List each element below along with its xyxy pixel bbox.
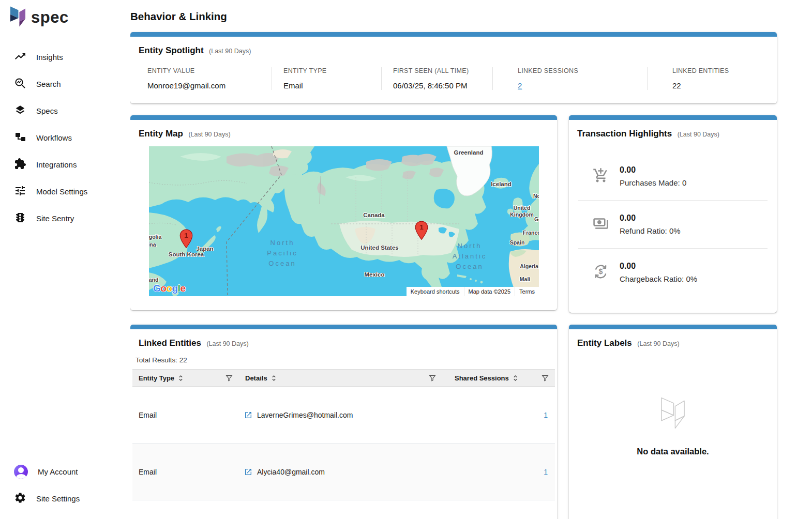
chargeback-stat: $ 0.00 Chargeback Ratio: 0% — [569, 249, 777, 296]
banknote-icon — [593, 216, 609, 234]
details-email: Alycia40@gmail.com — [257, 468, 325, 476]
sidebar-item-insights[interactable]: Insights — [0, 43, 130, 70]
purchases-stat: 0.00 Purchases Made: 0 — [569, 152, 777, 200]
traffic-light-icon — [14, 211, 26, 225]
cell-shared-sessions: 1 — [442, 468, 555, 476]
card-period: (Last 90 Days) — [188, 131, 230, 138]
header-entity-type: Entity Type — [132, 374, 239, 382]
header-details: Details — [239, 374, 442, 382]
transaction-highlights-card: Transaction Highlights (Last 90 Days) 0.… — [569, 115, 777, 313]
site-settings-button[interactable]: Site Settings — [0, 485, 130, 512]
stat-label: Purchases Made: 0 — [620, 178, 686, 187]
currency-exchange-icon: $ — [593, 264, 609, 282]
map-pin-south-korea[interactable]: 1 — [179, 229, 193, 249]
map-pin-us-east[interactable]: 1 — [415, 221, 429, 240]
table-row: Email LaverneGrimes@hotmail.com 1 — [132, 387, 555, 444]
site-settings-label: Site Settings — [36, 494, 80, 503]
svg-text:1: 1 — [184, 232, 188, 239]
cell-entity-type: Email — [132, 468, 239, 476]
sidebar-item-workflows[interactable]: Workflows — [0, 124, 130, 151]
card-accent-bar — [569, 325, 777, 329]
open-in-new-icon[interactable] — [244, 468, 252, 476]
field-linked-sessions: LINKED SESSIONS 2 — [492, 67, 647, 90]
card-period: (Last 90 Days) — [678, 131, 719, 138]
card-title: Entity Map — [139, 129, 183, 139]
svg-text:$: $ — [599, 267, 603, 276]
card-accent-bar — [130, 32, 777, 37]
card-accent-bar — [569, 115, 777, 120]
refund-stat: 0.00 Refund Ratio: 0% — [569, 201, 777, 248]
field-entity-type: ENTITY TYPE Email — [272, 67, 381, 90]
terms-link[interactable]: Terms — [515, 287, 539, 296]
workflow-icon — [14, 131, 26, 145]
header-shared-sessions: Shared Sessions — [442, 374, 555, 382]
sidebar: spec Insights Search — [0, 0, 130, 519]
map-data-label: Map data ©2025 — [464, 287, 515, 296]
total-results: Total Results: 22 — [130, 348, 557, 369]
google-map[interactable]: Greenland Iceland Canada United States M… — [149, 146, 539, 296]
field-first-seen: FIRST SEEN (ALL TIME) 06/03/25, 8:46:50 … — [381, 67, 492, 90]
card-period: (Last 90 Days) — [206, 340, 248, 347]
stat-value: 0.00 — [620, 165, 686, 175]
sidebar-item-label: Model Settings — [36, 187, 87, 196]
filter-icon[interactable] — [225, 375, 233, 381]
map-attribution: Keyboard shortcuts Map data ©2025 Terms — [407, 287, 539, 296]
table-header-row: Entity Type Details — [132, 369, 555, 387]
page-title: Behavior & Linking — [130, 0, 777, 23]
spec-logo[interactable]: spec — [0, 0, 130, 30]
sort-icon[interactable] — [178, 375, 184, 381]
sidebar-item-search[interactable]: Search — [0, 70, 130, 97]
entity-map-card: Entity Map (Last 90 Days) — [130, 115, 557, 310]
sidebar-item-label: Search — [36, 80, 61, 88]
table-row: Email Alycia40@gmail.com 1 — [132, 444, 555, 500]
user-avatar-icon — [14, 465, 28, 479]
linked-entities-table: Entity Type Details — [132, 369, 555, 519]
cell-details: Alycia40@gmail.com — [239, 468, 442, 476]
sidebar-item-integrations[interactable]: Integrations — [0, 151, 130, 178]
card-period: (Last 90 Days) — [637, 340, 679, 347]
sidebar-item-label: Workflows — [36, 133, 72, 142]
linked-entities-card: Linked Entities (Last 90 Days) Total Res… — [130, 325, 557, 519]
sidebar-item-site-sentry[interactable]: Site Sentry — [0, 205, 130, 232]
shared-sessions-link[interactable]: 1 — [544, 411, 548, 419]
stat-label: Refund Ratio: 0% — [620, 226, 681, 235]
cell-details: LaverneGrimes@hotmail.com — [239, 411, 442, 419]
tune-icon — [14, 185, 26, 199]
sidebar-item-specs[interactable]: Specs — [0, 97, 130, 124]
details-email: LaverneGrimes@hotmail.com — [257, 411, 353, 419]
stat-value: 0.00 — [620, 262, 697, 271]
cell-entity-type: Email — [132, 411, 239, 419]
spotlight-fields: ENTITY VALUE Monroe19@gmail.com ENTITY T… — [130, 56, 777, 103]
add-shopping-cart-icon — [593, 167, 609, 186]
sidebar-item-label: Specs — [36, 106, 58, 115]
field-entity-value: ENTITY VALUE Monroe19@gmail.com — [130, 67, 272, 90]
sidebar-item-label: Insights — [36, 53, 63, 62]
open-in-new-icon[interactable] — [244, 411, 252, 419]
main-content: Behavior & Linking Entity Spotlight (Las… — [130, 0, 777, 519]
trending-up-icon — [14, 50, 26, 64]
my-account-label: My Account — [38, 467, 78, 476]
sort-icon[interactable] — [271, 375, 277, 381]
spec-outline-icon — [660, 394, 686, 434]
linked-sessions-link[interactable]: 2 — [518, 81, 522, 90]
shared-sessions-link[interactable]: 1 — [544, 468, 548, 476]
gear-icon — [14, 492, 26, 506]
sidebar-item-label: Integrations — [36, 160, 77, 169]
card-accent-bar — [130, 115, 557, 120]
entity-labels-card: Entity Labels (Last 90 Days) No data ava… — [569, 325, 777, 519]
svg-text:1: 1 — [419, 223, 424, 231]
card-accent-bar — [130, 325, 557, 329]
puzzle-icon — [14, 158, 26, 172]
google-logo[interactable]: Google — [153, 283, 185, 294]
search-stats-icon — [14, 77, 26, 91]
filter-icon[interactable] — [542, 375, 549, 381]
sidebar-item-model-settings[interactable]: Model Settings — [0, 178, 130, 205]
filter-icon[interactable] — [429, 375, 436, 381]
cell-shared-sessions: 1 — [442, 411, 555, 419]
card-title: Linked Entities — [139, 338, 201, 348]
sidebar-bottom: My Account Site Settings — [0, 458, 130, 512]
my-account-button[interactable]: My Account — [0, 458, 130, 485]
sort-icon[interactable] — [513, 375, 518, 381]
sidebar-nav: Insights Search Specs — [0, 43, 130, 232]
keyboard-shortcuts-button[interactable]: Keyboard shortcuts — [407, 287, 464, 296]
